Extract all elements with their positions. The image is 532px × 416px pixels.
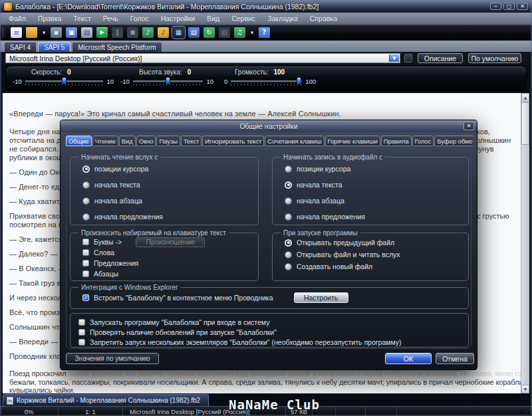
menu-item[interactable]: Сервис bbox=[225, 13, 261, 25]
engine-tab[interactable]: SAPI 5 bbox=[38, 42, 70, 52]
rate-slider[interactable] bbox=[25, 77, 104, 86]
settings-tab[interactable]: Вид bbox=[119, 136, 136, 146]
settings-tab[interactable]: Окно bbox=[136, 136, 156, 146]
configure-button[interactable]: Настроить bbox=[294, 292, 348, 303]
radio-option[interactable]: позиции курсора bbox=[82, 161, 253, 177]
dialog-close-icon[interactable]: ✕ bbox=[464, 122, 474, 130]
menu-item[interactable]: Закладка bbox=[261, 13, 304, 25]
open-dropdown-icon[interactable]: ▾ bbox=[41, 27, 47, 38]
convert-dropdown-icon[interactable]: ▾ bbox=[249, 27, 255, 38]
document-tab[interactable]: fb Коржиков Виталий - Мореплавания Солны… bbox=[3, 394, 209, 406]
copy-icon[interactable]: ▣ bbox=[66, 27, 77, 38]
radio-option[interactable]: Открывать файл и читать вслух bbox=[285, 249, 463, 260]
settings-tab[interactable]: Паузы bbox=[156, 136, 180, 146]
open-audio-folder-icon[interactable]: ♪ bbox=[158, 27, 169, 38]
radio-option[interactable]: начала предложения bbox=[82, 209, 253, 225]
pitch-slider-thumb[interactable] bbox=[166, 77, 170, 84]
settings-tab[interactable]: Буфер обмена bbox=[434, 136, 473, 146]
engine-tab[interactable]: Microsoft Speech Platform bbox=[72, 42, 162, 52]
maximize-button[interactable]: □ bbox=[503, 3, 515, 10]
settings-icon[interactable]: ▦ bbox=[173, 27, 184, 38]
ok-button[interactable]: ОК bbox=[385, 353, 432, 364]
menu-item[interactable]: Речь bbox=[97, 13, 124, 25]
menu-item[interactable]: Вид bbox=[201, 13, 225, 25]
new-document-icon[interactable]: ≡ bbox=[11, 27, 22, 38]
general-settings-dialog: Общие настройки ✕ ОбщиеЧтениеВидОкноПауз… bbox=[60, 120, 477, 370]
settings-tab[interactable]: Чтение bbox=[92, 136, 118, 146]
pronounce-button[interactable]: Произношение bbox=[136, 237, 205, 247]
refresh-speech-icon[interactable]: ↻ bbox=[203, 27, 215, 38]
chevron-down-icon[interactable]: ▼ bbox=[389, 54, 399, 62]
defaults-button[interactable]: Значения по умолчанию bbox=[66, 353, 159, 364]
menu-item[interactable]: Настройки bbox=[155, 13, 201, 25]
audio-convert-icon[interactable]: ♫ bbox=[234, 27, 245, 38]
text-line: отсчитала на д bbox=[9, 136, 61, 144]
volume-slider-thumb[interactable] bbox=[297, 77, 301, 84]
checkbox-option[interactable]: Встроить "Балаболку" в контекстное меню … bbox=[82, 291, 463, 304]
checkbox-option[interactable]: Слова bbox=[82, 247, 253, 258]
settings-tab[interactable]: Горячие клавиши bbox=[325, 136, 380, 146]
title-bar[interactable]: Балаболка - [E:\Download\Torrent\Коржико… bbox=[0, 0, 532, 13]
menu-item[interactable]: Правка bbox=[32, 13, 67, 25]
checkbox-option[interactable]: Проверять наличие обновлений при запуске… bbox=[78, 327, 463, 337]
engine-tab[interactable]: SAPI 4 bbox=[4, 42, 37, 52]
radio-option[interactable]: начала абзаца bbox=[285, 193, 463, 209]
settings-tab[interactable]: Игнорировать текст bbox=[202, 136, 264, 146]
volume-label: Громкость: bbox=[235, 68, 268, 76]
text-line: — Такой груз в bbox=[9, 279, 61, 287]
checkbox-option[interactable]: Буквы ->Произношение bbox=[82, 237, 253, 247]
checkbox-option[interactable]: Абзацы bbox=[82, 268, 253, 279]
voice-describe-button[interactable]: Описание bbox=[418, 53, 463, 63]
menu-item[interactable]: Текст bbox=[67, 13, 96, 25]
radio-option[interactable]: начала абзаца bbox=[82, 193, 253, 209]
scroll-up-icon[interactable]: ▲ bbox=[521, 93, 529, 102]
disabled-tool-icon[interactable]: ▧ bbox=[219, 27, 230, 38]
settings-tab[interactable]: Правила bbox=[381, 136, 412, 146]
rate-slider-thumb[interactable] bbox=[62, 77, 66, 84]
pause-icon[interactable]: ‖ bbox=[112, 27, 123, 38]
settings-tab[interactable]: Общие bbox=[66, 136, 92, 146]
checkbox-option[interactable]: Запускать программу "Балаболка" при вход… bbox=[78, 317, 463, 327]
radio-option[interactable]: начала предложения bbox=[285, 209, 463, 225]
save-audio-icon[interactable]: ♪ bbox=[142, 27, 154, 38]
help-icon[interactable]: ? bbox=[259, 27, 270, 38]
dialog-title-bar[interactable]: Общие настройки ✕ bbox=[61, 120, 477, 132]
checkbox-option[interactable]: Запретить запуск нескольких экземпляров … bbox=[78, 337, 463, 347]
close-button[interactable]: ✕ bbox=[517, 3, 528, 10]
pitch-label: Высота звука: bbox=[139, 68, 182, 76]
read-aloud-icon[interactable]: ▶ bbox=[96, 27, 108, 38]
stop-icon[interactable]: ■ bbox=[127, 27, 138, 38]
settings-tab[interactable]: Сочетания клавиш bbox=[265, 136, 324, 146]
menu-item[interactable]: Голос bbox=[124, 13, 155, 25]
save-icon[interactable]: ▪ bbox=[51, 27, 62, 38]
vertical-scrollbar[interactable]: ▲ ▼ bbox=[521, 93, 529, 393]
resize-grip[interactable]: ⋰ bbox=[397, 407, 532, 416]
settings-tab[interactable]: Голос bbox=[412, 136, 434, 146]
scrollbar-thumb[interactable] bbox=[521, 102, 529, 145]
cancel-button[interactable]: Отмена bbox=[436, 353, 474, 364]
pitch-max: 10 bbox=[206, 78, 213, 85]
voice-extra-button[interactable] bbox=[404, 54, 412, 62]
voice-select[interactable]: Microsoft Irina Desktop [Русский (Россия… bbox=[5, 53, 400, 63]
volume-slider[interactable] bbox=[231, 77, 302, 86]
voice-default-button[interactable]: По умолчанию bbox=[468, 53, 521, 63]
menu-item[interactable]: Файл bbox=[3, 13, 32, 25]
radio-option[interactable]: начала текста bbox=[285, 177, 463, 193]
text-line: Всё, что произо bbox=[9, 308, 64, 316]
text-line: Четыре дня наз bbox=[9, 128, 63, 136]
minimize-button[interactable]: – bbox=[490, 3, 501, 10]
scroll-down-icon[interactable]: ▼ bbox=[521, 385, 529, 393]
paste-icon[interactable]: ▤ bbox=[81, 27, 92, 38]
dictionary-icon[interactable]: ▤ bbox=[188, 27, 200, 38]
group-title: Начинать запись в аудиофайл с bbox=[281, 154, 385, 161]
checkbox-option[interactable]: Предложения bbox=[82, 258, 253, 268]
radio-option[interactable]: позиции курсора bbox=[285, 161, 463, 177]
rate-slider-group: Скорость: 0 -10 10 bbox=[13, 68, 114, 90]
radio-option[interactable]: начала текста bbox=[82, 177, 253, 193]
radio-option[interactable]: Открывать предыдущий файл bbox=[285, 237, 463, 249]
settings-tab[interactable]: Текст bbox=[181, 136, 201, 146]
radio-option[interactable]: Создавать новый файл bbox=[285, 260, 463, 272]
open-file-icon[interactable] bbox=[26, 27, 37, 38]
pitch-slider[interactable] bbox=[133, 77, 203, 86]
menu-item[interactable]: Справка bbox=[304, 13, 343, 25]
